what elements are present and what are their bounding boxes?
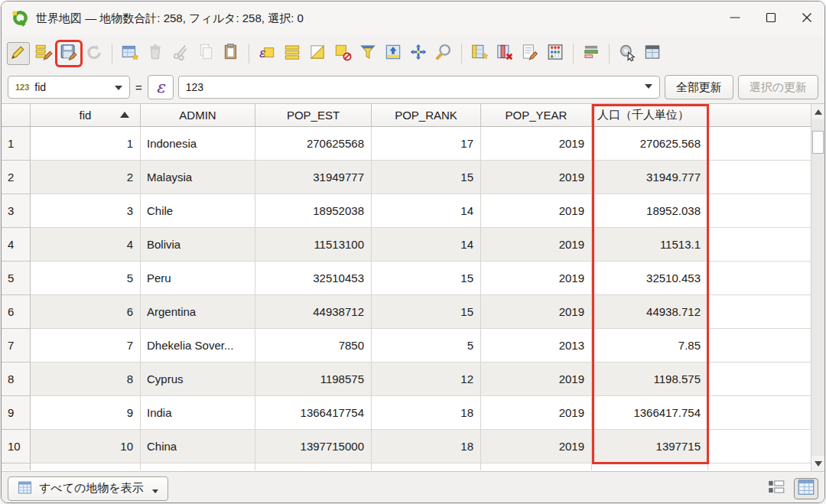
move-selection-to-top-button[interactable]: [382, 42, 405, 65]
row-number[interactable]: 1: [2, 127, 31, 161]
cell-admin[interactable]: China: [141, 430, 255, 463]
cell-pop-thousands[interactable]: 32510.453: [592, 262, 708, 295]
cell-pop-rank[interactable]: 12: [372, 363, 481, 396]
column-header-POP_RANK[interactable]: POP_RANK: [372, 104, 481, 126]
cell-fid[interactable]: 8: [31, 363, 141, 396]
cell-fid[interactable]: 5: [31, 262, 141, 295]
row-number[interactable]: 10: [2, 430, 31, 463]
expression-builder-button[interactable]: ε: [148, 75, 174, 99]
cell-pop-thousands[interactable]: 44938.712: [592, 295, 708, 329]
column-header-fid[interactable]: fid: [31, 104, 141, 126]
cell-pop-thousands[interactable]: 11513.1: [592, 228, 708, 262]
cell-pop-year[interactable]: 2019: [481, 228, 592, 262]
cell-pop-rank[interactable]: 14: [372, 228, 481, 262]
dock-attribute-table-button[interactable]: [641, 42, 664, 65]
cell-pop-thousands[interactable]: 1366417.754: [592, 396, 708, 430]
cell-pop-year[interactable]: 2013: [481, 329, 592, 363]
cell-pop-est[interactable]: 1397715000: [255, 430, 372, 463]
select-by-expression-button[interactable]: ε: [255, 42, 278, 65]
actions-button[interactable]: [616, 42, 639, 65]
cell-fid[interactable]: 2: [31, 161, 141, 194]
cell-fid[interactable]: 1: [31, 127, 141, 161]
save-edits-button[interactable]: [57, 42, 80, 65]
row-number[interactable]: 3: [2, 194, 31, 228]
cell-admin[interactable]: India: [141, 396, 255, 430]
cell-fid[interactable]: 4: [31, 228, 141, 262]
update-all-button[interactable]: 全部更新: [665, 75, 733, 99]
cell-admin[interactable]: Indonesia: [141, 127, 255, 161]
select-all-button[interactable]: [281, 42, 304, 65]
field-calculator-button[interactable]: [544, 42, 567, 65]
cell-pop-year[interactable]: 2019: [481, 161, 592, 194]
field-selector-dropdown[interactable]: 123 fid: [8, 76, 130, 99]
toggle-editing-button[interactable]: [7, 42, 30, 65]
vertical-scrollbar[interactable]: [811, 104, 824, 471]
table-view-button[interactable]: [794, 478, 818, 499]
conditional-formatting-button[interactable]: [580, 42, 603, 65]
row-number[interactable]: 7: [2, 329, 31, 363]
cell-fid[interactable]: 6: [31, 295, 141, 329]
invert-selection-button[interactable]: [306, 42, 329, 65]
cell-admin[interactable]: Dhekelia Sover...: [141, 329, 255, 363]
column-header-POP_EST[interactable]: POP_EST: [255, 104, 372, 126]
cell-pop-rank[interactable]: 14: [372, 194, 481, 228]
cell-fid[interactable]: 9: [31, 396, 141, 430]
cell-pop-rank[interactable]: 18: [372, 396, 481, 430]
close-button[interactable]: [789, 2, 824, 35]
cell-pop-thousands[interactable]: 31949.777: [592, 161, 708, 194]
cell-admin[interactable]: Cyprus: [141, 363, 255, 396]
cell-pop-year[interactable]: 2019: [481, 295, 592, 329]
cell-pop-thousands[interactable]: 1198.575: [592, 363, 708, 396]
cell-pop-year[interactable]: 2019: [481, 194, 592, 228]
feature-filter-button[interactable]: すべての地物を表示: [8, 476, 168, 501]
row-number[interactable]: 4: [2, 228, 31, 262]
row-number[interactable]: 2: [2, 161, 31, 194]
row-number[interactable]: 6: [2, 295, 31, 329]
new-field-button[interactable]: [468, 42, 491, 65]
column-header-人口（千人単位）[interactable]: 人口（千人単位）: [592, 104, 708, 126]
cell-pop-thousands[interactable]: 1397715: [592, 430, 708, 463]
cell-pop-year[interactable]: 2019: [481, 430, 592, 463]
cell-pop-est[interactable]: 44938712: [255, 295, 372, 329]
cell-pop-rank[interactable]: 5: [372, 329, 481, 363]
cell-pop-year[interactable]: 2019: [481, 363, 592, 396]
cell-pop-year[interactable]: 2019: [481, 127, 592, 161]
cell-admin[interactable]: Peru: [141, 262, 255, 295]
cell-pop-rank[interactable]: 15: [372, 295, 481, 329]
scrollbar-thumb[interactable]: [812, 131, 824, 154]
cell-pop-est[interactable]: 11513100: [255, 228, 372, 262]
form-view-button[interactable]: [764, 478, 789, 499]
row-number[interactable]: 8: [2, 363, 31, 396]
multiedit-button[interactable]: [32, 42, 55, 65]
expression-input[interactable]: [179, 81, 638, 93]
scroll-up-button[interactable]: [811, 104, 824, 119]
rename-field-button[interactable]: [519, 42, 541, 65]
cell-admin[interactable]: Chile: [141, 194, 255, 228]
cell-fid[interactable]: 3: [31, 194, 141, 228]
cell-pop-est[interactable]: 18952038: [255, 194, 372, 228]
cell-pop-est[interactable]: 32510453: [255, 262, 372, 295]
cell-pop-est[interactable]: 1198575: [255, 363, 372, 396]
row-number[interactable]: 9: [2, 396, 31, 430]
filter-button[interactable]: [356, 42, 379, 65]
column-header-ADMIN[interactable]: ADMIN: [141, 104, 255, 126]
pan-to-selection-button[interactable]: [407, 42, 430, 65]
maximize-button[interactable]: [753, 2, 789, 35]
cell-pop-est[interactable]: 31949777: [255, 161, 372, 194]
scroll-down-button[interactable]: [811, 456, 824, 471]
add-feature-button[interactable]: [119, 42, 141, 65]
cell-admin[interactable]: Argentina: [141, 295, 255, 329]
cell-pop-thousands[interactable]: 7.85: [592, 329, 708, 363]
minimize-button[interactable]: [717, 2, 753, 35]
cell-pop-year[interactable]: 2019: [481, 262, 592, 295]
column-header-POP_YEAR[interactable]: POP_YEAR: [481, 104, 592, 126]
cell-pop-year[interactable]: 2019: [481, 396, 592, 430]
expression-history-dropdown[interactable]: [638, 76, 659, 98]
cell-pop-thousands[interactable]: 270625.568: [592, 127, 708, 161]
row-number[interactable]: 5: [2, 262, 31, 295]
delete-field-button[interactable]: [493, 42, 516, 65]
deselect-all-button[interactable]: [331, 42, 354, 65]
cell-admin[interactable]: Malaysia: [141, 161, 255, 194]
cell-pop-est[interactable]: 1366417754: [255, 396, 372, 430]
cell-pop-rank[interactable]: 15: [372, 161, 481, 194]
